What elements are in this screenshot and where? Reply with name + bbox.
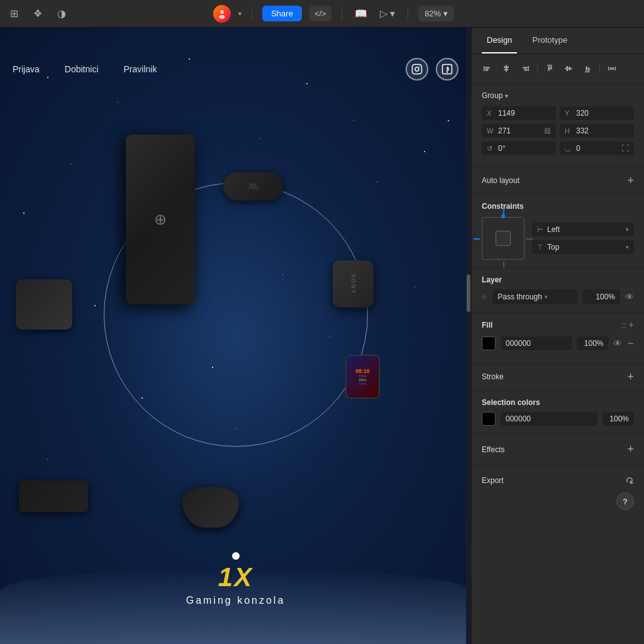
smartwatch: 08:16 72% 60% 55% [345, 355, 380, 399]
w-field[interactable]: W 271 ⛓ [482, 124, 556, 138]
layer-circle-icon: ○ [482, 292, 486, 301]
fill-remove-icon[interactable]: − [627, 338, 634, 349]
constraints-section: Constraints ⊢ Left ▾ [472, 194, 644, 268]
svg-rect-10 [504, 67, 509, 69]
svg-rect-14 [525, 69, 528, 71]
fill-grid-icon[interactable]: :: [621, 320, 626, 330]
x-field[interactable]: X 1149 [482, 106, 556, 120]
divider3 [408, 8, 408, 20]
constrain-icon[interactable]: ⛓ [544, 127, 551, 135]
nav-link-pravilnik[interactable]: Pravilnik [124, 64, 157, 74]
constraint-dot [501, 214, 505, 218]
fill-row: 000000 100% 👁 − [482, 336, 634, 350]
right-panel: Design Prototype [471, 28, 644, 644]
divider2 [341, 8, 342, 20]
canvas-scrollbar[interactable] [466, 28, 471, 644]
constraints-title: Constraints [482, 202, 634, 211]
align-middle-button[interactable] [560, 60, 577, 77]
layer-visibility-icon[interactable]: 👁 [625, 292, 634, 302]
scrollbar-thumb[interactable] [467, 274, 470, 312]
svg-rect-11 [504, 69, 508, 71]
svg-rect-26 [613, 67, 614, 70]
tab-design[interactable]: Design [482, 28, 517, 53]
stroke-label: Stroke [482, 372, 504, 381]
constraint-horizontal-select[interactable]: ⊢ Left ▾ [532, 223, 634, 236]
instagram-icon[interactable] [406, 58, 428, 80]
corner-field[interactable]: ◡ 0 ⛶ [560, 142, 634, 155]
nav-link-dobitnici[interactable]: Dobitnici [65, 64, 99, 74]
align-left-button[interactable] [479, 60, 496, 77]
xbox-controller [182, 487, 239, 528]
svg-rect-2 [413, 65, 422, 74]
book-icon[interactable]: 📖 [352, 5, 370, 22]
layer-mode-chevron: ▾ [545, 294, 548, 300]
group-section: Group ▾ X 1149 Y 320 W 271 ⛓ H [472, 84, 644, 167]
effects-add-icon[interactable]: + [627, 443, 634, 456]
facebook-icon[interactable] [436, 58, 458, 80]
stroke-add[interactable]: + [627, 371, 634, 382]
auto-layout-section: Auto layout + [472, 167, 644, 194]
group-label: Group [482, 91, 502, 100]
auto-layout-add[interactable]: + [627, 175, 634, 186]
component-icon[interactable]: ❖ [31, 5, 45, 22]
canvas-area[interactable]: Prijava Dobitnici Pravilnik [0, 28, 471, 644]
help-button[interactable]: ? [616, 492, 634, 510]
export-arrow-icon[interactable]: ↻ [626, 474, 634, 486]
grid-icon[interactable]: ⊞ [8, 5, 21, 22]
y-field[interactable]: Y 320 [560, 106, 634, 120]
layer-title: Layer [482, 275, 634, 284]
svg-rect-6 [484, 66, 485, 71]
social-icons [406, 58, 458, 80]
sel-hex-field[interactable]: 000000 [501, 412, 597, 426]
distribute-button[interactable] [604, 60, 620, 77]
group-chevron[interactable]: ▾ [505, 92, 508, 99]
sel-color-swatch[interactable] [482, 412, 496, 426]
constraint-center [496, 231, 511, 246]
layer-opacity-field[interactable]: 100% [582, 289, 620, 304]
align-top-button[interactable] [541, 60, 558, 77]
constraints-widget: ⊢ Left ▾ ⊤ Top ▾ [482, 217, 634, 260]
top-bar-left: ⊞ ❖ ◑ [8, 5, 69, 22]
svg-rect-27 [615, 67, 616, 70]
align-right-button[interactable] [517, 60, 533, 77]
fill-header: Fill :: + [482, 320, 634, 330]
fill-visibility-icon[interactable]: 👁 [613, 338, 622, 348]
auto-layout-label: Auto layout [482, 176, 519, 185]
rotation-field[interactable]: ↺ 0° [482, 142, 556, 155]
fill-opacity-field[interactable]: 100% [577, 336, 608, 350]
align-center-h-button[interactable] [498, 60, 514, 77]
align-bottom-button[interactable] [579, 60, 596, 77]
share-button[interactable]: Share [262, 6, 302, 21]
fill-color-swatch[interactable] [482, 336, 496, 350]
sel-opacity-field[interactable]: 100% [602, 412, 634, 426]
svg-rect-22 [586, 67, 588, 71]
layer-mode-select[interactable]: Pass through ▾ [492, 289, 577, 304]
nav-link-prijava[interactable]: Prijava [13, 64, 40, 74]
top-bar-center: ▾ Share </> 📖 ▷ ▾ 82% ▾ [213, 5, 454, 23]
align-tools [472, 54, 644, 84]
canvas-nav: Prijava Dobitnici Pravilnik [0, 58, 471, 80]
fill-hex-field[interactable]: 000000 [501, 336, 572, 350]
constraint-selects: ⊢ Left ▾ ⊤ Top ▾ [532, 223, 634, 254]
code-button[interactable]: </> [309, 6, 331, 21]
play-icon[interactable]: ▷ ▾ [377, 5, 397, 22]
h-field[interactable]: H 332 [560, 124, 634, 138]
fill-icons: :: + [621, 320, 634, 330]
tab-prototype[interactable]: Prototype [527, 28, 572, 53]
fill-add-icon[interactable]: + [629, 320, 634, 330]
avatar-chevron[interactable]: ▾ [238, 10, 242, 17]
selection-color-row: 000000 100% [482, 412, 634, 426]
avatar-button[interactable] [213, 5, 231, 23]
zoom-button[interactable]: 82% ▾ [418, 6, 454, 21]
stroke-section: Stroke + [472, 364, 644, 391]
coords-grid: X 1149 Y 320 W 271 ⛓ H 332 ↺ [482, 106, 634, 155]
xbox-console: ⊕ [116, 135, 211, 323]
constraint-vertical-select[interactable]: ⊤ Top ▾ [532, 240, 634, 254]
svg-rect-9 [506, 65, 507, 72]
contrast-icon[interactable]: ◑ [55, 5, 69, 22]
effects-label: Effects [482, 445, 504, 454]
svg-rect-20 [569, 67, 571, 70]
constraint-line-bottom [503, 262, 504, 268]
vr-item [16, 279, 72, 330]
layer-row: ○ Pass through ▾ 100% 👁 [482, 289, 634, 304]
